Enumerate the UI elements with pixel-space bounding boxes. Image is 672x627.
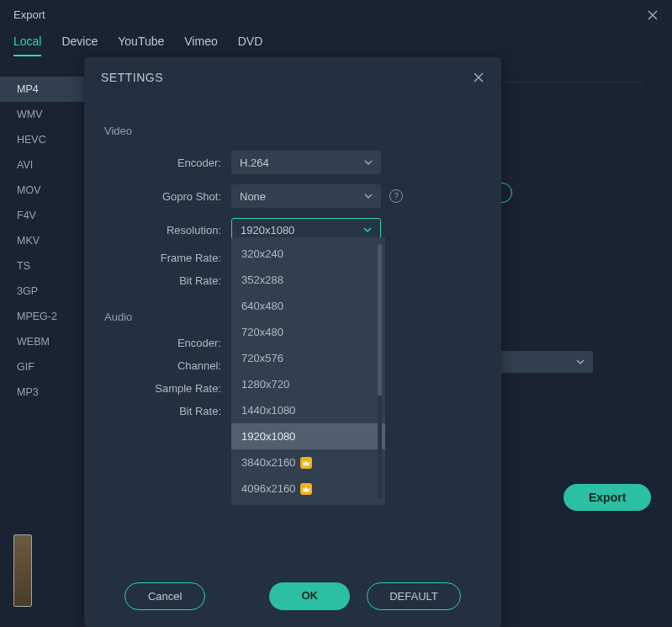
preview-thumbnail: [13, 534, 32, 607]
help-icon[interactable]: ?: [389, 189, 403, 203]
video-section-label: Video: [104, 125, 484, 137]
resolution-option[interactable]: 352x288: [231, 267, 385, 293]
resolution-option[interactable]: 4096x2160: [231, 476, 385, 502]
chevron-down-icon: [363, 226, 372, 234]
sidebar-item-3gp[interactable]: 3GP: [0, 279, 84, 304]
modal-title: SETTINGS: [101, 71, 163, 84]
video-encoder-value: H.264: [240, 157, 269, 169]
export-tabs: Local Device YouTube Vimeo DVD: [0, 28, 672, 56]
resolution-option[interactable]: 640x480: [231, 293, 385, 319]
sidebar-item-mp3[interactable]: MP3: [0, 380, 84, 405]
audio-encoder-label: Encoder:: [101, 337, 231, 349]
sidebar-item-mp4[interactable]: MP4: [0, 77, 84, 102]
settings-modal: SETTINGS Video Encoder: H.264 Gopro Shot…: [84, 57, 501, 627]
resolution-option[interactable]: 1920x1080: [231, 423, 385, 449]
resolution-option[interactable]: 720x576: [231, 345, 385, 371]
resolution-option[interactable]: 320x240: [231, 241, 385, 267]
gopro-select[interactable]: None: [231, 184, 381, 208]
export-button[interactable]: Export: [564, 484, 651, 511]
tab-vimeo[interactable]: Vimeo: [184, 35, 217, 56]
resolution-option[interactable]: 720x480: [231, 319, 385, 345]
video-bitrate-label: Bit Rate:: [101, 274, 231, 287]
channel-label: Channel:: [101, 359, 231, 372]
tab-device[interactable]: Device: [61, 35, 98, 56]
resolution-value: 1920x1080: [241, 224, 294, 236]
sidebar-item-mkv[interactable]: MKV: [0, 228, 84, 253]
ok-button[interactable]: OK: [269, 582, 350, 610]
resolution-option[interactable]: 1440x1080: [231, 397, 385, 423]
scrollbar-thumb[interactable]: [378, 244, 382, 396]
chevron-down-icon: [364, 192, 373, 200]
format-sidebar: MP4 WMV HEVC AVI MOV F4V MKV TS 3GP MPEG…: [0, 56, 84, 616]
sidebar-item-ts[interactable]: TS: [0, 253, 84, 279]
resolution-label: Resolution:: [101, 224, 231, 236]
gopro-label: Gopro Shot:: [101, 190, 231, 203]
default-button[interactable]: DEFAULT: [367, 582, 461, 610]
sidebar-item-avi[interactable]: AVI: [0, 152, 84, 178]
crown-icon: [300, 457, 312, 469]
framerate-label: Frame Rate:: [101, 252, 231, 264]
tab-local[interactable]: Local: [13, 35, 41, 56]
sidebar-item-gif[interactable]: GIF: [0, 354, 84, 380]
audio-bitrate-label: Bit Rate:: [101, 405, 231, 417]
video-encoder-select[interactable]: H.264: [231, 151, 381, 174]
samplerate-label: Sample Rate:: [101, 382, 231, 395]
tab-youtube[interactable]: YouTube: [118, 35, 164, 56]
sidebar-item-mpeg2[interactable]: MPEG-2: [0, 304, 84, 329]
modal-close-icon[interactable]: [473, 72, 484, 83]
resolution-dropdown: 320x240 352x288 640x480 720x480 720x576 …: [231, 237, 385, 505]
chevron-down-icon: [364, 158, 373, 167]
chevron-down-icon: [576, 358, 585, 366]
close-icon[interactable]: [647, 9, 659, 21]
window-title: Export: [13, 8, 45, 21]
sidebar-item-f4v[interactable]: F4V: [0, 203, 84, 228]
cancel-button[interactable]: Cancel: [124, 582, 205, 610]
crown-icon: [300, 483, 312, 495]
tab-dvd[interactable]: DVD: [238, 35, 263, 56]
sidebar-item-webm[interactable]: WEBM: [0, 329, 84, 354]
encoder-label: Encoder:: [101, 157, 231, 169]
resolution-option[interactable]: 1280x720: [231, 371, 385, 397]
gopro-value: None: [240, 190, 266, 203]
resolution-option[interactable]: 3840x2160: [231, 449, 385, 476]
sidebar-item-wmv[interactable]: WMV: [0, 102, 84, 127]
sidebar-item-mov[interactable]: MOV: [0, 178, 84, 203]
sidebar-item-hevc[interactable]: HEVC: [0, 127, 84, 152]
